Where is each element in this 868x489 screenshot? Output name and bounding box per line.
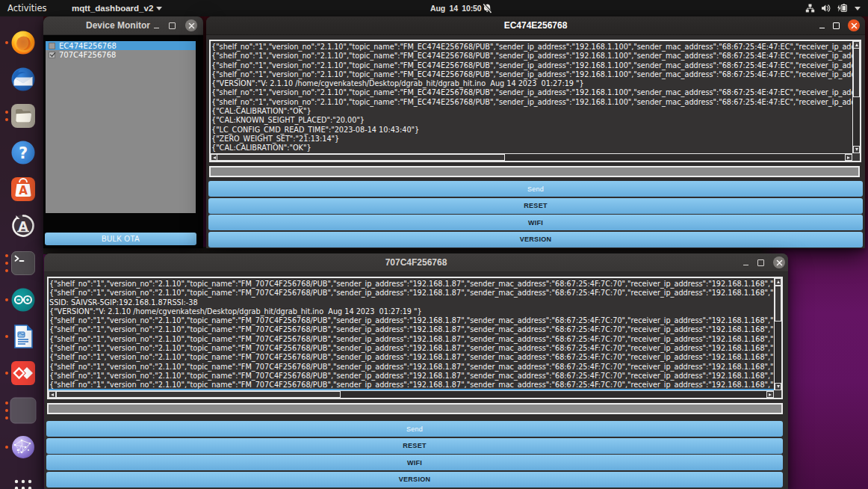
log-line: {"shelf_no":"1","version_no":"2.1.10","t… (211, 61, 852, 70)
horizontal-scrollbar[interactable] (49, 390, 774, 398)
minimize-button[interactable] (819, 28, 825, 29)
window-indicator-dot (5, 372, 8, 375)
ubuntu-software-icon: A (10, 176, 37, 203)
checkbox-unchecked-icon[interactable] (49, 43, 55, 49)
dock-item-help[interactable]: ? (8, 138, 38, 167)
window-indicator-dot (5, 269, 8, 272)
log-line: {"CAL:CALIBRATION":"OK"} (211, 144, 852, 153)
dock-item-ubuntu-software[interactable]: A (8, 174, 38, 204)
arduino-icon (10, 286, 37, 313)
device-list-item[interactable]: 707C4F256768 (46, 50, 196, 59)
svg-text:A: A (19, 184, 28, 197)
app-window-icon (10, 397, 37, 424)
log-line: {"shelf_no":"1","version_no":"2.1.10","t… (211, 98, 852, 107)
close-button[interactable] (773, 256, 785, 268)
minimize-button[interactable] (743, 265, 748, 266)
window-title: 707C4F256768 (44, 253, 788, 271)
hscroll-thumb[interactable] (56, 391, 341, 398)
scroll-left-icon (51, 393, 54, 396)
send-button[interactable]: Send (46, 421, 783, 437)
dock-item-software-updater[interactable]: A (8, 211, 38, 241)
version-button[interactable]: VERSION (208, 232, 863, 247)
send-button[interactable]: Send (208, 181, 863, 197)
scroll-right-button[interactable] (766, 391, 774, 398)
window-indicator-dots (5, 101, 8, 131)
dock-item-libreoffice-writer[interactable] (8, 322, 38, 351)
device-list[interactable]: EC474E256768707C4F256768 (46, 41, 196, 213)
bt-titlebar[interactable]: 707C4F256768 (44, 253, 788, 272)
scroll-right-icon (769, 393, 772, 396)
bulk-ota-button[interactable]: BULK OTA (45, 233, 196, 245)
horizontal-scrollbar[interactable] (211, 153, 852, 161)
maximize-button[interactable] (757, 259, 764, 266)
command-input[interactable] (209, 166, 860, 177)
version-button[interactable]: VERSION (46, 472, 783, 488)
minimize-button[interactable] (154, 28, 159, 29)
log-line: {"shelf_no":"1","version_no":"2.1.10","t… (49, 344, 774, 353)
vscroll-thumb[interactable] (775, 286, 781, 322)
checkbox-checked-icon[interactable] (49, 52, 55, 58)
window-indicator-dot (5, 446, 8, 449)
log-output[interactable]: {"shelf_no":"1","version_no":"2.1.10","t… (49, 278, 774, 390)
scroll-down-button[interactable] (853, 146, 860, 153)
clock-button[interactable]: Aug 14 10:50 (430, 0, 482, 16)
window-indicator-dot (5, 111, 8, 114)
dock-item-files[interactable] (8, 101, 38, 131)
scroll-up-button[interactable] (775, 278, 781, 286)
scroll-up-icon (777, 280, 780, 283)
command-input[interactable] (47, 403, 783, 414)
log-line: {"shelf_no":"1","version_no":"2.1.10","t… (49, 316, 774, 325)
vscroll-thumb[interactable] (853, 48, 860, 97)
vertical-scrollbar[interactable] (852, 41, 860, 153)
dock-item-anydesk[interactable] (8, 358, 38, 388)
dock-item-app-window[interactable] (8, 396, 38, 425)
device-id-label: EC474E256768 (59, 42, 117, 50)
log-output[interactable]: {"shelf_no":"1","version_no":"2.1.10","t… (211, 41, 852, 153)
log-line: {"shelf_no":"1","version_no":"2.1.10","t… (49, 335, 774, 344)
scroll-right-button[interactable] (845, 154, 852, 161)
scroll-left-icon (213, 156, 216, 159)
maximize-button[interactable] (833, 22, 840, 29)
scroll-right-icon (847, 156, 850, 159)
window-indicator-dots (5, 285, 8, 315)
wifi-button[interactable]: WIFI (46, 455, 783, 470)
close-button[interactable] (848, 19, 860, 31)
scroll-down-icon (855, 148, 858, 151)
software-updater-icon: A (10, 212, 37, 239)
hscroll-thumb[interactable] (217, 154, 505, 161)
device-monitor-titlebar[interactable]: Device Monitor (43, 16, 203, 35)
scroll-left-button[interactable] (49, 391, 56, 398)
ec-titlebar[interactable]: EC474E256768 (206, 16, 865, 35)
scroll-down-button[interactable] (775, 383, 781, 390)
reset-button[interactable]: RESET (46, 438, 783, 454)
dock-item-firefox[interactable] (8, 28, 38, 58)
app-menu-button[interactable]: mqtt_dashboard_v2 (72, 0, 162, 16)
window-indicator-dot (5, 409, 8, 412)
system-status-area[interactable] (805, 0, 861, 16)
scroll-up-icon (855, 43, 858, 46)
window-controls (819, 16, 860, 34)
window-indicator-dots (5, 28, 8, 58)
thunderbird-icon (10, 66, 37, 93)
window-indicator-dots (5, 396, 8, 425)
log-line: {"ZERO_WEIGHT_SET":"21:13:14"} (211, 135, 852, 144)
vertical-scrollbar[interactable] (774, 278, 781, 390)
dock-item-network-globe[interactable] (8, 432, 38, 462)
activities-button[interactable]: Activities (7, 0, 46, 16)
log-line: SSID: SAIVSR-5GIP:192.168.1.87RSSI:-38 (49, 298, 774, 307)
dock-item-show-applications[interactable] (8, 473, 38, 489)
dock-item-terminal[interactable] (8, 248, 38, 278)
network-globe-icon (10, 434, 37, 461)
window-indicator-dot (5, 335, 8, 338)
wifi-button[interactable]: WIFI (208, 215, 863, 230)
maximize-button[interactable] (169, 22, 176, 29)
window-indicator-dot (5, 262, 8, 265)
chevron-down-icon (855, 7, 861, 10)
device-list-item[interactable]: EC474E256768 (46, 41, 196, 50)
close-button[interactable] (185, 19, 197, 31)
reset-button[interactable]: RESET (208, 198, 863, 214)
dock-item-thunderbird[interactable] (8, 64, 38, 94)
dock-item-arduino[interactable] (8, 285, 38, 315)
scrollbar-corner (774, 390, 781, 398)
window-indicator-dots (5, 322, 8, 351)
